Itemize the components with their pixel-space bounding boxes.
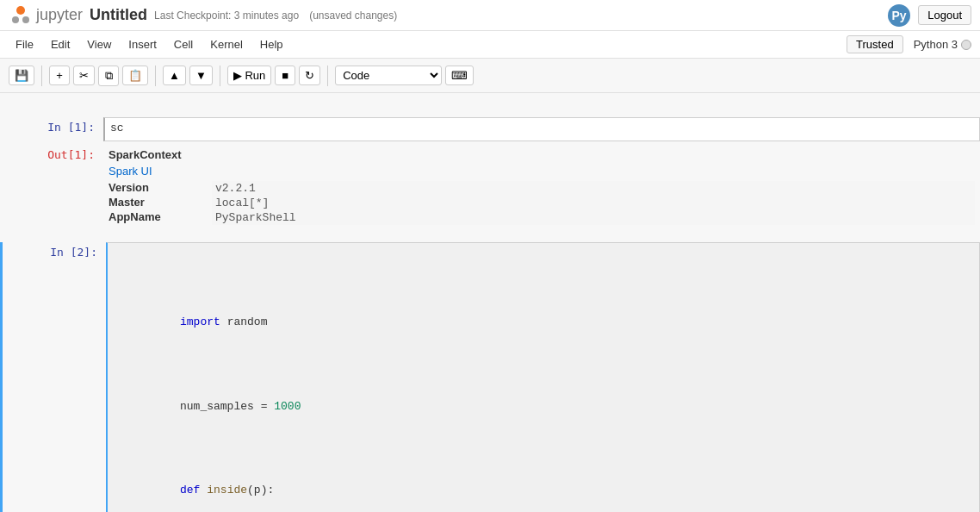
jupyter-logo-icon <box>9 3 33 28</box>
cell-1-output: SparkContext Spark UI Version v2.2.1 Mas… <box>103 145 980 228</box>
python-logo-icon: Py <box>887 3 911 28</box>
add-cell-button[interactable]: + <box>49 66 70 85</box>
top-bar: jupyter Untitled Last Checkpoint: 3 minu… <box>0 0 980 31</box>
kernel-info: Python 3 <box>914 38 971 51</box>
spark-ui-link[interactable]: Spark UI <box>109 165 152 178</box>
save-button[interactable]: 💾 <box>9 66 34 85</box>
move-up-button[interactable]: ▲ <box>163 66 186 85</box>
copy-cell-button[interactable]: ⧉ <box>98 66 119 86</box>
restart-button[interactable]: ↻ <box>299 66 320 85</box>
code-line-3: def inside(p): <box>113 465 974 513</box>
svg-point-1 <box>12 16 19 23</box>
topbar-right: Py Logout <box>887 3 971 28</box>
paste-cell-button[interactable]: 📋 <box>122 66 148 85</box>
spark-details-table: Version v2.2.1 Master local[*] AppName P… <box>109 181 975 225</box>
notebook-area: In [1]: sc Out[1]: SparkContext Spark UI… <box>0 93 980 512</box>
spark-version-val: v2.2.1 <box>212 181 975 196</box>
cell-2-in-label: In [2]: <box>3 242 106 259</box>
toolbar-separator-1 <box>41 66 42 86</box>
menu-cell[interactable]: Cell <box>167 35 200 53</box>
cut-cell-button[interactable]: ✂ <box>73 66 95 85</box>
toolbar-separator-4 <box>327 66 328 86</box>
toolbar-separator-2 <box>155 66 156 86</box>
spark-appname-val: PySparkShell <box>212 210 975 225</box>
cell-2-input[interactable]: import random num_samples = 1000 def ins… <box>106 242 980 512</box>
run-button[interactable]: ▶ Run <box>227 66 271 85</box>
unsaved-changes: (unsaved changes) <box>309 9 397 22</box>
app-name: jupyter <box>36 6 83 24</box>
spark-master-row: Master local[*] <box>109 196 975 210</box>
menu-kernel[interactable]: Kernel <box>203 35 250 53</box>
keyboard-shortcut-button[interactable]: ⌨ <box>445 66 474 85</box>
menu-help[interactable]: Help <box>253 35 290 53</box>
kernel-name-label: Python 3 <box>914 38 958 51</box>
spark-version-row: Version v2.2.1 <box>109 181 975 196</box>
logout-button[interactable]: Logout <box>918 5 971 25</box>
cell-type-select[interactable]: Code Markdown Raw NBConvert Heading <box>335 66 442 85</box>
checkpoint-info: Last Checkpoint: 3 minutes ago <box>154 9 299 22</box>
code-line-2: num_samples = 1000 <box>113 381 974 432</box>
spark-master-val: local[*] <box>212 196 975 210</box>
cell-1: In [1]: sc Out[1]: SparkContext Spark UI… <box>0 117 980 228</box>
menu-file[interactable]: File <box>9 35 40 53</box>
notebook-name[interactable]: Untitled <box>90 6 147 24</box>
menu-insert[interactable]: Insert <box>121 35 164 53</box>
cell-1-input-row: In [1]: sc <box>0 117 980 141</box>
spark-version-key: Version <box>109 181 212 196</box>
spark-appname-key: AppName <box>109 210 212 225</box>
menu-view[interactable]: View <box>80 35 118 53</box>
kernel-status-indicator <box>961 40 971 50</box>
spark-master-key: Master <box>109 196 212 210</box>
menu-bar: File Edit View Insert Cell Kernel Help T… <box>0 31 980 59</box>
cell-1-in-label: In [1]: <box>0 117 103 134</box>
toolbar: 💾 + ✂ ⧉ 📋 ▲ ▼ ▶ Run ■ ↻ Code Markdown Ra… <box>0 59 980 93</box>
jupyter-logo: jupyter <box>9 3 83 28</box>
cell-2-input-row: In [2]: import random num_samples = 1000… <box>3 242 980 512</box>
code-line-1: import random <box>113 297 974 348</box>
svg-text:Py: Py <box>892 9 907 22</box>
toolbar-separator-3 <box>220 66 220 86</box>
topbar-left: jupyter Untitled Last Checkpoint: 3 minu… <box>9 3 397 28</box>
cell-1-output-row: Out[1]: SparkContext Spark UI Version v2… <box>0 145 980 228</box>
svg-point-0 <box>16 6 25 15</box>
spark-classname: SparkContext <box>109 148 975 161</box>
cell-2: In [2]: import random num_samples = 1000… <box>0 242 980 512</box>
move-down-button[interactable]: ▼ <box>189 66 213 85</box>
cell-1-input[interactable]: sc <box>103 117 980 141</box>
menu-edit[interactable]: Edit <box>44 35 77 53</box>
interrupt-button[interactable]: ■ <box>275 66 295 85</box>
trusted-button[interactable]: Trusted <box>847 35 903 53</box>
spark-context-output: SparkContext Spark UI Version v2.2.1 Mas… <box>109 148 975 225</box>
cell-1-out-label: Out[1]: <box>0 145 103 161</box>
svg-point-2 <box>22 16 29 23</box>
spark-appname-row: AppName PySparkShell <box>109 210 975 225</box>
